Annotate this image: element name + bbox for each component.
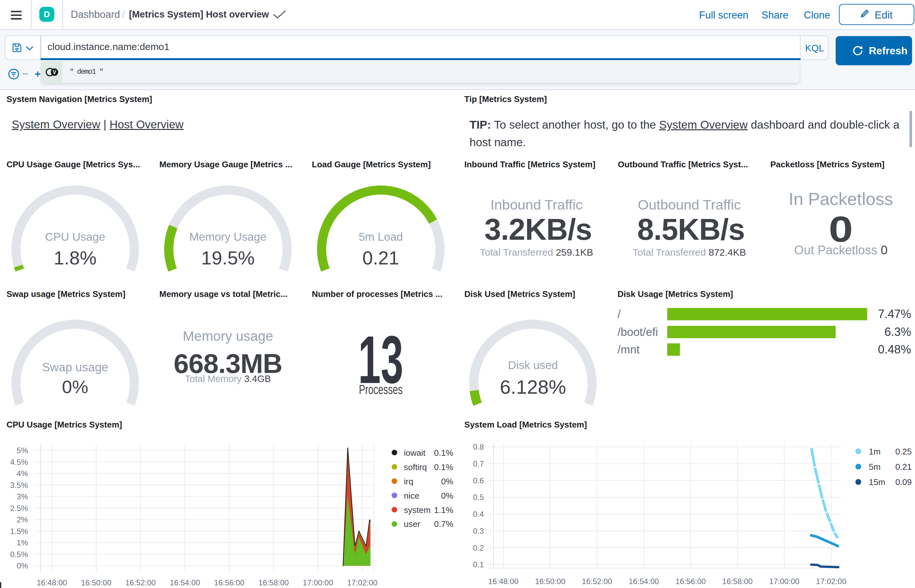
svg-text:V: V xyxy=(53,69,56,75)
